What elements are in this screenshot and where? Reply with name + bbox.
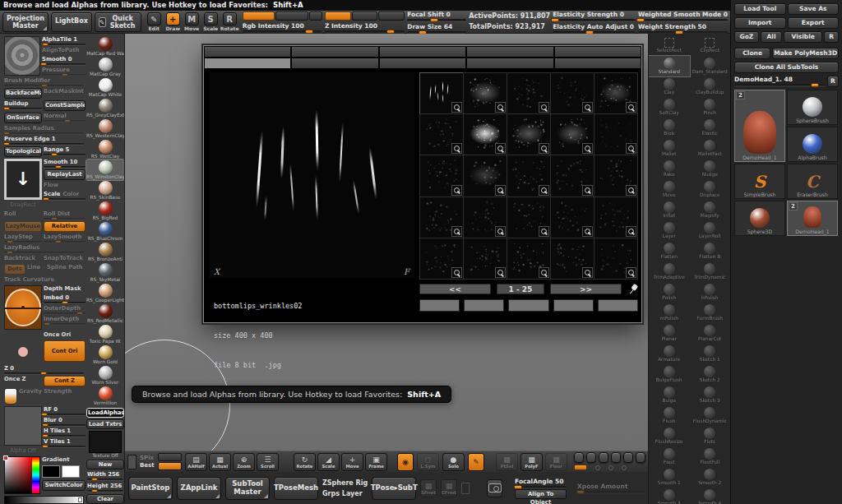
- alpha-category-tab[interactable]: [554, 58, 641, 69]
- document-clear-button[interactable]: Clear: [86, 494, 124, 504]
- lazystep-slider[interactable]: LazyStep: [4, 234, 42, 243]
- slider-handle[interactable]: [636, 18, 645, 22]
- orientation-icon[interactable]: [4, 340, 42, 363]
- canvas-nav-button[interactable]: +Move: [341, 453, 363, 471]
- range-5-slider[interactable]: Range 5: [44, 146, 86, 155]
- samples-radius-slider[interactable]: Samples Radius: [4, 125, 84, 134]
- h-tiles-1-slider[interactable]: H Tiles 1: [44, 428, 86, 437]
- mode-button[interactable]: SScale: [202, 12, 220, 31]
- magnifier-icon[interactable]: [626, 226, 636, 237]
- brush-item[interactable]: Clay: [649, 76, 690, 97]
- brush-item[interactable]: BulgeFlush: [649, 364, 690, 385]
- constsample[interactable]: ConstSample: [44, 100, 86, 111]
- alpha-thumbnail[interactable]: [594, 238, 637, 279]
- tool-subpalette-header[interactable]: [734, 440, 839, 455]
- material-item[interactable]: Toxic Papa W.: [86, 324, 124, 344]
- brush-item[interactable]: FlushDynamic: [690, 405, 731, 426]
- tool-thumbnail[interactable]: 2DemoHead_1: [734, 90, 785, 162]
- render-mode-button[interactable]: [158, 453, 182, 461]
- brush-item[interactable]: Elastic: [690, 118, 731, 138]
- replaylast[interactable]: ReplayLast: [44, 169, 86, 180]
- topological[interactable]: Topological: [4, 146, 42, 157]
- alpha-category-tab[interactable]: [466, 46, 553, 58]
- brush-item[interactable]: Magnify: [690, 200, 731, 220]
- brush-item[interactable]: SelectRect: [649, 35, 690, 56]
- slider-handle[interactable]: [551, 18, 559, 22]
- symmetry-toggle[interactable]: [599, 452, 608, 463]
- clone-button[interactable]: Clone: [734, 48, 770, 59]
- brush-item[interactable]: Move: [649, 179, 690, 200]
- brush-item[interactable]: FlushResize: [649, 426, 690, 446]
- alpha-thumbnail[interactable]: [507, 73, 550, 113]
- alpha-thumbnail[interactable]: [594, 73, 637, 113]
- tool-subpalette-header[interactable]: [734, 486, 839, 502]
- alpha-thumbnail[interactable]: [464, 73, 507, 113]
- v-tiles-1-slider[interactable]: V Tiles 1: [44, 438, 86, 447]
- popup-action-button[interactable]: [508, 299, 548, 312]
- tool-subpalette-header[interactable]: [734, 501, 839, 504]
- tool-thumbnail[interactable]: Sphere3D: [734, 201, 785, 236]
- render-mode-button[interactable]: [158, 462, 182, 470]
- magnifier-icon[interactable]: [451, 226, 462, 237]
- document-zoom-button[interactable]: ▤AAHalf: [185, 453, 207, 471]
- rf-0-slider[interactable]: RF 0: [44, 406, 86, 415]
- material-item[interactable]: RS_CooperLight: [86, 283, 124, 303]
- magnifier-icon[interactable]: [451, 267, 462, 278]
- magnifier-icon[interactable]: [495, 267, 506, 278]
- tool-subpalette-header[interactable]: [734, 287, 839, 303]
- perspective-cube-icon[interactable]: [461, 483, 470, 494]
- document-height-slider[interactable]: Height 256: [87, 483, 123, 492]
- spix-label[interactable]: SPix: [140, 455, 155, 461]
- document-zoom-button[interactable]: ☰Scroll: [257, 453, 279, 471]
- tool-thumbnail[interactable]: SphereBrush: [787, 90, 838, 125]
- alpha-thumbnail[interactable]: [464, 155, 507, 196]
- tposemesh-button[interactable]: TPoseMesh: [274, 477, 318, 500]
- mode-button[interactable]: ✎Edit: [146, 12, 163, 31]
- brush-item[interactable]: FormBrush: [690, 303, 731, 323]
- brush-item[interactable]: Smooth 3: [649, 488, 690, 504]
- brush-item[interactable]: Flush: [649, 405, 690, 426]
- tool-subpalette-header[interactable]: [734, 317, 839, 333]
- goz-all-button[interactable]: All: [761, 31, 782, 43]
- tool-subpalette-header[interactable]: [734, 424, 839, 440]
- import-button[interactable]: Import: [734, 17, 786, 29]
- weight-strength-slider[interactable]: Weight Strength 50: [638, 23, 728, 34]
- magnifier-icon[interactable]: [451, 102, 462, 113]
- alpha-thumbnail[interactable]: [551, 73, 594, 113]
- slider-handle[interactable]: [430, 18, 438, 22]
- gravity-icon[interactable]: [4, 388, 17, 405]
- alpha-category-tab[interactable]: [204, 46, 291, 58]
- material-item[interactable]: RS_WesternClay: [86, 118, 124, 139]
- material-item[interactable]: RS_GreyClayExt: [86, 98, 124, 118]
- focal-shift-slider[interactable]: Focal Shift 0: [407, 11, 466, 21]
- document-zoom-button[interactable]: ⊕Zoom: [233, 453, 255, 471]
- gradient-swatches[interactable]: [42, 465, 86, 479]
- tool-subpalette-header[interactable]: [734, 348, 839, 363]
- align-to-object-button[interactable]: Align To Object: [515, 489, 567, 499]
- brush-modifier-slider[interactable]: Brush Modifier: [4, 77, 84, 86]
- brush-item[interactable]: Pinch: [690, 97, 731, 118]
- depth-mask-preview[interactable]: [4, 285, 42, 330]
- document-width-slider[interactable]: Width 256: [87, 471, 123, 480]
- blur-0-slider[interactable]: Blur 0: [44, 417, 86, 426]
- brush-item[interactable]: Displace: [690, 179, 731, 200]
- material-item[interactable]: RS_BlueChrom: [86, 221, 124, 242]
- brush-item[interactable]: PlanarCut: [690, 323, 731, 344]
- color-picker[interactable]: [4, 456, 40, 494]
- material-item[interactable]: Worn Gold: [86, 344, 124, 365]
- radial-toggle-icon[interactable]: [608, 465, 613, 470]
- normal-slider[interactable]: Normal: [44, 113, 86, 122]
- z-intensity-slider[interactable]: Z Intensity 100: [325, 22, 405, 33]
- cfrmt-button[interactable]: ▦CFrmt: [441, 479, 457, 497]
- lazyradius-slider[interactable]: LazyRadius: [4, 244, 84, 253]
- paint-mode-button[interactable]: [309, 12, 322, 21]
- material-item[interactable]: RS_SkinBase: [86, 180, 124, 201]
- brush-item[interactable]: Inflat: [649, 200, 690, 220]
- shelf-toggle-button[interactable]: ◌L.Sym: [417, 453, 439, 471]
- tool-subpalette-header[interactable]: [734, 257, 839, 272]
- scale-color-slider[interactable]: ScaleColor: [44, 191, 86, 200]
- brush-item[interactable]: Flatten B: [690, 241, 731, 261]
- tool-subpalette-header[interactable]: [734, 394, 839, 409]
- tool-subpalette-header[interactable]: [734, 363, 839, 379]
- quick-sketch-button[interactable]: ✎Quick Sketch: [95, 12, 141, 32]
